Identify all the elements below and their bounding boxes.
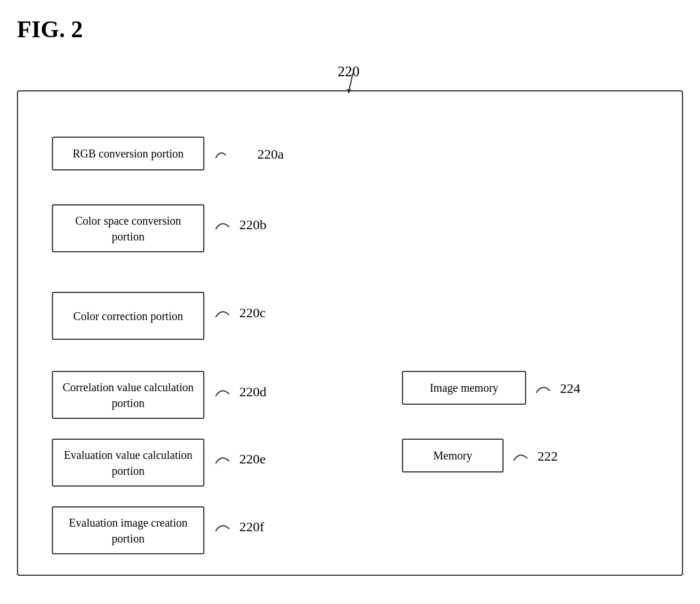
correlation-value-box: Correlation value calculation portion xyxy=(52,371,204,419)
memory-box: Memory xyxy=(402,439,504,472)
ref-222: 222 xyxy=(513,448,558,464)
color-space-conversion-label: Color space conversion portion xyxy=(61,213,195,244)
evaluation-value-box: Evaluation value calculation portion xyxy=(52,439,204,487)
color-correction-label: Color correction portion xyxy=(73,308,183,324)
evaluation-image-label: Evaluation image creation portion xyxy=(61,515,195,546)
ref-220d: 220d xyxy=(215,384,266,400)
evaluation-image-box: Evaluation image creation portion xyxy=(52,506,204,554)
image-memory-box: Image memory xyxy=(402,371,526,405)
color-space-conversion-box: Color space conversion portion xyxy=(52,204,204,252)
ref-220f: 220f xyxy=(215,519,264,535)
ref-220a: 220a xyxy=(215,147,284,164)
main-container: RGB conversion portion 220a Color space … xyxy=(17,90,683,576)
color-correction-box: Color correction portion xyxy=(52,292,204,340)
ref-224: 224 xyxy=(535,380,580,396)
rgb-conversion-label: RGB conversion portion xyxy=(73,146,184,161)
image-memory-label: Image memory xyxy=(430,380,498,396)
ref-220b: 220b xyxy=(215,217,266,233)
memory-label: Memory xyxy=(434,448,473,463)
correlation-value-label: Correlation value calculation portion xyxy=(61,379,195,411)
rgb-conversion-box: RGB conversion portion xyxy=(52,137,204,170)
figure-title: FIG. 2 xyxy=(17,16,83,43)
ref-220c: 220c xyxy=(215,305,266,321)
evaluation-value-label: Evaluation value calculation portion xyxy=(61,447,195,479)
ref-220e: 220e xyxy=(215,451,266,467)
arrow-220-svg xyxy=(327,61,373,94)
